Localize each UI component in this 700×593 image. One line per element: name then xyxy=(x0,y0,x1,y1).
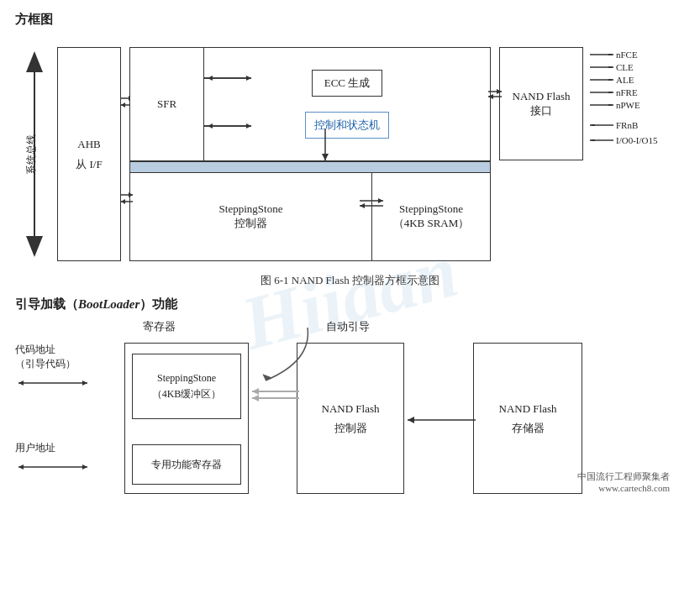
svg-marker-46 xyxy=(18,380,24,386)
svg-marker-50 xyxy=(261,374,271,382)
sfr2-label: 专用功能寄存器 xyxy=(151,458,222,472)
svg-marker-1 xyxy=(26,51,43,72)
signal-cle: CLE xyxy=(590,62,674,72)
ss-sram-label2: （4KB SRAM） xyxy=(393,216,470,231)
middle-block: SFR xyxy=(129,47,491,261)
ss4kb-block: SteppingStone （4KB缓冲区） xyxy=(132,354,241,419)
sfr-block: SFR xyxy=(130,48,204,160)
code-addr-label2: （引导代码） xyxy=(15,357,108,371)
page-content: 方框图 系统总线 AHB 从 I/F xyxy=(15,12,685,500)
svg-marker-19 xyxy=(121,199,125,204)
page-footer: 中国流行工程师聚集者 www.cartech8.com xyxy=(577,470,670,493)
sfr2-block: 专用功能寄存器 xyxy=(132,444,241,485)
nand-ctrl-label2: 控制器 xyxy=(334,418,367,438)
nand-storage-label2: 存储器 xyxy=(512,418,545,438)
ss-controller: SteppingStone 控制器 xyxy=(130,173,372,260)
signal-nfce: nFCE xyxy=(590,50,674,60)
nand-storage-block: NAND Flash 存储器 xyxy=(473,343,582,494)
user-addr-text: 用户地址 xyxy=(15,441,108,455)
ss4kb-label1: SteppingStone xyxy=(157,370,216,386)
ss-ctrl-label1: SteppingStone xyxy=(219,202,283,216)
nand-ctrl-label1: NAND Flash xyxy=(322,399,380,418)
signal-nfre: nFRE xyxy=(590,87,674,97)
section2-title-italic: BootLoader xyxy=(78,297,139,311)
signal-lines: nFCE CLE ALE nFRE nPWE xyxy=(590,50,674,145)
section2-title-prefix: 引导加载（ xyxy=(15,297,78,311)
svg-marker-54 xyxy=(252,395,259,401)
sfr-label: SFR xyxy=(157,97,176,111)
footer-url: www.cartech8.com xyxy=(577,483,670,493)
diagram1: 系统总线 AHB 从 I/F SFR xyxy=(15,34,679,270)
svg-marker-15 xyxy=(208,123,213,129)
svg-marker-56 xyxy=(408,417,414,423)
ahb-label2: 从 I/F xyxy=(76,155,102,174)
ss-row: SteppingStone 控制器 SteppingStone （4KB SRA… xyxy=(130,173,490,260)
ecc-block: ECC 生成 xyxy=(312,70,383,97)
svg-marker-52 xyxy=(252,388,259,395)
footer-text: 中国流行工程师聚集者 xyxy=(577,470,670,483)
ss-ctrl-label2: 控制器 xyxy=(234,216,267,231)
svg-marker-45 xyxy=(82,380,87,386)
svg-text:系统总线: 系统总线 xyxy=(25,134,37,175)
svg-marker-7 xyxy=(121,102,125,108)
bus-bar xyxy=(130,161,490,173)
reg-section-label: 寄存器 xyxy=(143,319,176,334)
section2-title-suffix: ）功能 xyxy=(139,297,177,311)
ecc-ctrl-area: ECC 生成 控制和状态机 xyxy=(204,48,490,160)
ss4kb-label2: （4KB缓冲区） xyxy=(152,386,222,402)
signal-ale: ALE xyxy=(590,75,674,85)
svg-marker-23 xyxy=(360,203,365,208)
section2-title: 引导加载（BootLoader）功能 xyxy=(15,296,685,312)
section1-title: 方框图 xyxy=(15,12,685,28)
svg-marker-27 xyxy=(488,94,493,99)
diagram1-caption: 图 6-1 NAND Flash 控制器方框示意图 xyxy=(15,273,685,288)
top-row: SFR xyxy=(130,48,490,161)
svg-marker-29 xyxy=(322,154,329,160)
svg-marker-49 xyxy=(18,464,24,470)
ahb-block: AHB 从 I/F xyxy=(57,47,121,261)
svg-marker-21 xyxy=(378,198,383,203)
nand-iface-label2: 接口 xyxy=(530,103,552,118)
nand-interface-block: NAND Flash 接口 xyxy=(499,47,583,160)
signal-frnb: FRnB xyxy=(590,120,674,130)
svg-marker-25 xyxy=(497,89,502,94)
code-addr-label1: 代码地址 xyxy=(15,343,108,357)
code-addr-label: 代码地址 （引导代码） xyxy=(15,343,108,391)
svg-marker-48 xyxy=(82,464,87,470)
signal-npwe: nPWE xyxy=(590,100,674,110)
user-addr-label: 用户地址 xyxy=(15,441,108,475)
nand-iface-label1: NAND Flash xyxy=(513,90,571,103)
ss-sram-label1: SteppingStone xyxy=(399,202,463,216)
svg-marker-2 xyxy=(26,236,43,257)
autoboot-label: 自动引导 xyxy=(326,319,370,334)
nand-storage-label1: NAND Flash xyxy=(499,399,557,418)
register-block: SteppingStone （4KB缓冲区） 专用功能寄存器 xyxy=(124,343,249,494)
sysbus-arrow: 系统总线 xyxy=(19,47,50,261)
ss-sram: SteppingStone （4KB SRAM） xyxy=(372,173,490,260)
svg-marker-11 xyxy=(208,76,213,81)
svg-marker-17 xyxy=(129,192,133,197)
signal-io: I/O0-I/O15 xyxy=(590,135,674,145)
ahb-label1: AHB xyxy=(76,134,102,154)
